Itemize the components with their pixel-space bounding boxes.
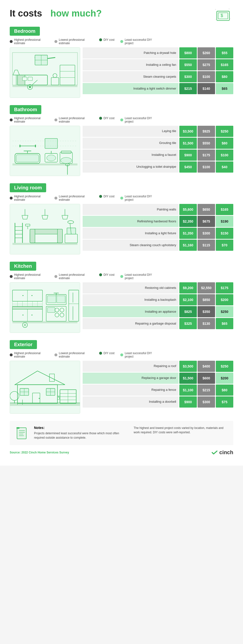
low-value-cell: $350 [197, 306, 215, 317]
task-label: Installing an appliance [83, 306, 179, 317]
high-value-cell: $3,500 [179, 361, 197, 372]
legend-item: Highest professional estimate [10, 195, 49, 202]
legend-item: Highest professional estimate [10, 352, 49, 358]
diy-value-cell: $200 [216, 294, 233, 305]
legend-label: Highest professional estimate [14, 273, 49, 280]
legend-item: DIY cost [99, 38, 114, 42]
table-row: Painting walls$5,600$650$165 [83, 204, 233, 215]
svg-rect-76 [13, 322, 77, 323]
diy-value-cell: $70 [216, 240, 233, 251]
legend-dot [55, 354, 57, 356]
legend-dot [10, 275, 13, 278]
section-content-living-room: Painting walls$5,600$650$165Refinishing … [10, 204, 233, 254]
legend-label: Least successful DIY project [125, 195, 159, 202]
legend-item: Least successful DIY project [120, 352, 159, 358]
low-value-cell: $275 [197, 59, 215, 70]
task-label: Repairing a roof [83, 361, 179, 372]
svg-point-41 [47, 155, 56, 161]
diy-value-cell: $100 [216, 150, 233, 161]
svg-text:+: + [230, 18, 231, 20]
table-row: Installing a light fixture$1,350$300$150 [83, 228, 233, 239]
svg-rect-104 [47, 296, 56, 303]
table-row: Installing a backsplash$2,100$850$200 [83, 294, 233, 305]
svg-rect-67 [30, 229, 35, 243]
high-value-cell: $900 [179, 150, 197, 161]
notes-text: Notes: Projects determined least success… [34, 426, 129, 440]
low-value-cell: $600 [197, 372, 215, 384]
high-value-cell: $1,160 [179, 240, 197, 251]
section-header-exterior: Exterior [10, 340, 37, 349]
diy-value-cell: $65 [216, 83, 233, 94]
room-image-bedroom [10, 47, 80, 98]
legend-item: DIY cost [99, 116, 114, 120]
table-row: Repairing a garbage disposal$325$130$65 [83, 318, 233, 329]
legend-kitchen: Highest professional estimateLowest prof… [10, 273, 233, 280]
diy-value-cell: $65 [216, 318, 233, 329]
notes-left: Projects determined least successful wer… [34, 431, 129, 440]
legend-item: Lowest professional estimate [55, 195, 93, 202]
svg-point-116 [39, 398, 40, 399]
diy-value-cell: $40 [216, 162, 233, 172]
table-row: Refinishing hardwood floors$2,350$675$19… [83, 216, 233, 227]
legend-label: Highest professional estimate [14, 352, 49, 358]
room-image-living-room [10, 204, 80, 254]
legend-dot [55, 118, 57, 121]
diy-value-cell: $80 [216, 384, 233, 396]
task-label: Installing a light switch dimmer [83, 83, 179, 94]
high-value-cell: $215 [179, 83, 197, 94]
low-value-cell: $215 [197, 384, 215, 396]
svg-rect-43 [45, 138, 57, 148]
task-label: Installing a light fixture [83, 228, 179, 239]
table-row: Installing a ceiling fan$550$275$165 [83, 59, 233, 70]
high-value-cell: $5,600 [179, 204, 197, 215]
low-value-cell: $2,550 [197, 282, 215, 294]
svg-point-79 [22, 295, 23, 296]
task-label: Steam cleaning carpets [83, 71, 179, 82]
table-row: Steam cleaning couch upholstery$1,160$11… [83, 240, 233, 251]
legend-bathroom: Highest professional estimateLowest prof… [10, 116, 233, 123]
legend-item: Lowest professional estimate [55, 352, 93, 358]
legend-dot [10, 354, 13, 356]
high-value-cell: $2,100 [179, 294, 197, 305]
legend-dot [99, 117, 102, 120]
high-value-cell: $900 [179, 396, 197, 408]
svg-rect-16 [22, 77, 27, 80]
high-value-cell: $1,100 [179, 384, 197, 396]
source-row: Source: 2022 Cinch Home Services Survey … [10, 449, 233, 456]
svg-rect-68 [57, 229, 63, 243]
task-label: Replacing a garage door [83, 372, 179, 384]
data-table-kitchen: Restoring old cabinets$9,200$2,550$175In… [83, 282, 233, 333]
section-bathroom: BathroomHighest professional estimateLow… [10, 105, 233, 176]
task-label: Grouting tile [83, 138, 179, 149]
legend-label: Least successful DIY project [125, 38, 159, 45]
table-row: Grouting tile$1,500$550$80 [83, 138, 233, 149]
diy-value-cell: $250 [216, 361, 233, 372]
section-header-bathroom: Bathroom [10, 105, 41, 114]
room-image-kitchen [10, 282, 80, 333]
title-prefix: It costs [10, 8, 42, 19]
high-value-cell: $1,500 [179, 138, 197, 149]
legend-dot [10, 118, 13, 121]
high-value-cell: $2,350 [179, 216, 197, 227]
task-label: Refinishing hardwood floors [83, 216, 179, 227]
room-image-exterior [10, 361, 80, 414]
notes-section: Notes: Projects determined least success… [10, 421, 233, 445]
section-exterior: ExteriorHighest professional estimateLow… [10, 340, 233, 414]
task-label: Steam cleaning couch upholstery [83, 240, 179, 251]
legend-label: Highest professional estimate [14, 38, 49, 45]
diy-value-cell: $190 [216, 216, 233, 227]
legend-label: DIY cost [104, 116, 114, 120]
legend-label: Lowest professional estimate [59, 195, 93, 202]
low-value-cell: $850 [197, 294, 215, 305]
section-header-bedroom: Bedroom [10, 27, 40, 36]
legend-item: DIY cost [99, 195, 114, 198]
diy-value-cell: $55 [216, 47, 233, 58]
svg-point-27 [29, 86, 31, 88]
low-value-cell: $400 [197, 361, 215, 372]
notes-icon [15, 426, 29, 440]
legend-label: DIY cost [104, 38, 114, 42]
svg-rect-34 [16, 155, 39, 162]
data-table-living-room: Painting walls$5,600$650$165Refinishing … [83, 204, 233, 254]
legend-dot [55, 40, 57, 43]
low-value-cell: $650 [197, 204, 215, 215]
